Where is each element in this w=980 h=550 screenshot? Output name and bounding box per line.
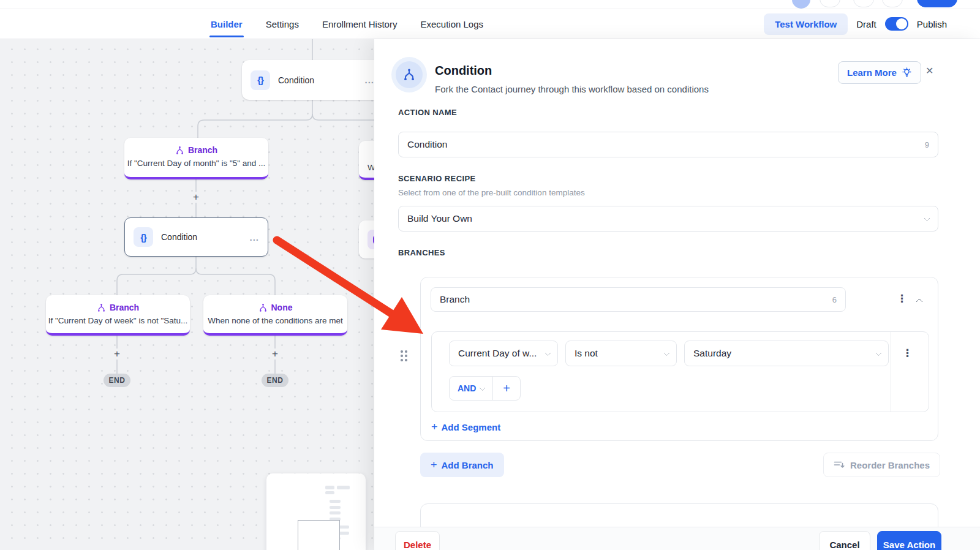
branch-title-label: Branch — [188, 145, 217, 155]
close-icon[interactable]: ✕ — [925, 65, 933, 77]
reorder-icon — [834, 461, 845, 469]
branch-menu-icon[interactable]: ⋮ — [897, 293, 907, 304]
delete-button[interactable]: Delete — [395, 531, 440, 550]
logic-operator-select[interactable]: AND — [450, 377, 492, 400]
logic-operator-value: AND — [458, 383, 476, 393]
branch-fork-icon — [97, 303, 106, 312]
add-branch-button[interactable]: + Add Branch — [420, 453, 504, 477]
branch-name-input[interactable]: Branch 6 — [431, 287, 846, 312]
chevron-down-icon — [545, 350, 551, 356]
condition-settings-panel: Condition Fork the Contact journey throu… — [374, 39, 980, 550]
braces-icon: {} — [134, 227, 153, 247]
node-branch-none[interactable]: None When none of the conditions are met — [203, 295, 347, 336]
segment-field-select[interactable]: Current Day of w... — [449, 341, 558, 366]
workflow-builder-app: Builder Settings Enrollment History Exec… — [0, 0, 980, 550]
chevron-down-icon — [876, 350, 882, 356]
add-branch-label: Add Branch — [442, 460, 494, 470]
chevron-up-icon — [916, 298, 922, 305]
topbar-button[interactable] — [820, 0, 840, 7]
tab-execution-logs[interactable]: Execution Logs — [420, 9, 483, 39]
tab-settings-label: Settings — [266, 19, 299, 29]
avatar[interactable] — [792, 0, 810, 9]
node-branch-month[interactable]: Branch If "Current Day of month" is "5" … — [124, 138, 268, 179]
branch-title: Branch — [46, 303, 190, 312]
add-condition-button[interactable]: + — [492, 377, 520, 400]
node-branch-week[interactable]: Branch If "Current Day of week" is not "… — [46, 295, 190, 336]
segment-field-value: Current Day of w... — [458, 348, 537, 359]
segment-value: Saturday — [693, 348, 731, 359]
branch-condition-text: W — [359, 163, 374, 172]
branches-label: BRANCHES — [398, 248, 445, 257]
collapse-branch-button[interactable] — [917, 296, 922, 307]
scenario-recipe-select[interactable]: Build Your Own — [398, 206, 938, 232]
chevron-down-icon — [924, 215, 930, 221]
branch-title-label: None — [271, 303, 293, 312]
topbar — [0, 0, 980, 9]
topbar-button[interactable] — [853, 0, 874, 7]
node-label: Condition — [161, 232, 197, 242]
branch-condition-text: If "Current Day of week" is not "Satu... — [46, 316, 190, 325]
publish-toggle[interactable] — [885, 17, 908, 31]
save-action-button[interactable]: Save Action — [877, 531, 941, 550]
action-name-value: Condition — [407, 139, 448, 150]
tab-enrollment-history-label: Enrollment History — [322, 19, 398, 29]
segment-operator-value: Is not — [575, 348, 598, 359]
scenario-recipe-helper: Select from one of the pre-built conditi… — [398, 188, 585, 197]
drag-handle[interactable] — [401, 350, 408, 362]
segment-value-select[interactable]: Saturday — [684, 341, 889, 366]
tabs: Builder Settings Enrollment History Exec… — [0, 9, 483, 39]
chevron-down-icon — [480, 385, 486, 391]
tab-bar: Builder Settings Enrollment History Exec… — [0, 9, 980, 39]
end-marker: END — [104, 374, 130, 387]
add-segment-button[interactable]: + Add Segment — [431, 421, 500, 434]
condition-fork-icon — [396, 61, 423, 88]
braces-icon: {} — [251, 70, 270, 90]
tab-enrollment-history[interactable]: Enrollment History — [322, 9, 398, 39]
panel-subtitle: Fork the Contact journey through this wo… — [435, 84, 709, 94]
lightbulb-icon — [902, 67, 912, 78]
node-branch-partial[interactable]: W — [359, 141, 374, 180]
branch-condition-text: When none of the conditions are met — [203, 316, 347, 325]
add-step-button[interactable]: + — [111, 348, 123, 360]
segment-menu-icon[interactable]: ⋮ — [902, 348, 913, 358]
add-step-button[interactable]: + — [270, 348, 281, 360]
cancel-button[interactable]: Cancel — [819, 531, 870, 550]
add-segment-label: Add Segment — [442, 422, 501, 432]
learn-more-button[interactable]: Learn More — [838, 61, 921, 84]
toggle-knob — [896, 18, 907, 29]
scenario-recipe-value: Build Your Own — [407, 213, 472, 224]
workflow-canvas[interactable]: {} Condition ... Branch If "Current Day … — [0, 39, 374, 550]
topbar-button[interactable] — [882, 0, 903, 7]
plus-icon: + — [431, 459, 437, 472]
node-condition-selected[interactable]: {} Condition ... — [124, 217, 268, 257]
node-menu-icon[interactable]: ... — [249, 232, 259, 243]
reorder-branches-button[interactable]: Reorder Branches — [823, 453, 940, 477]
branch-condition-text: If "Current Day of month" is "5" and ... — [124, 159, 268, 168]
learn-more-label: Learn More — [847, 67, 897, 78]
action-icon — [368, 230, 374, 249]
branch-fork-icon — [175, 146, 184, 155]
branch-title: None — [203, 303, 347, 312]
tab-builder[interactable]: Builder — [211, 9, 243, 39]
test-workflow-button[interactable]: Test Workflow — [764, 13, 848, 35]
branch-card: Branch 6 ⋮ Current Day of w... Is not Sa… — [420, 277, 938, 441]
plus-icon: + — [431, 421, 438, 434]
add-step-button[interactable]: + — [190, 192, 202, 203]
char-count: 6 — [832, 295, 837, 304]
segment-card: Current Day of w... Is not Saturday ⋮ AN… — [431, 331, 929, 412]
chevron-down-icon — [664, 350, 670, 356]
topbar-primary-button[interactable] — [917, 0, 957, 7]
action-name-input[interactable]: Condition 9 — [398, 132, 938, 157]
tab-builder-label: Builder — [211, 19, 243, 29]
panel-title: Condition — [435, 64, 492, 78]
char-count: 9 — [925, 140, 929, 149]
node-preview-thumbnail — [266, 473, 366, 550]
tab-settings[interactable]: Settings — [266, 9, 299, 39]
node-partial-action[interactable] — [359, 220, 374, 258]
end-marker: END — [262, 374, 288, 387]
node-menu-icon[interactable]: ... — [364, 75, 374, 85]
branch-name-value: Branch — [440, 294, 470, 305]
segment-operator-select[interactable]: Is not — [565, 341, 677, 366]
node-condition-top[interactable]: {} Condition ... — [242, 60, 374, 100]
divider — [891, 332, 891, 412]
